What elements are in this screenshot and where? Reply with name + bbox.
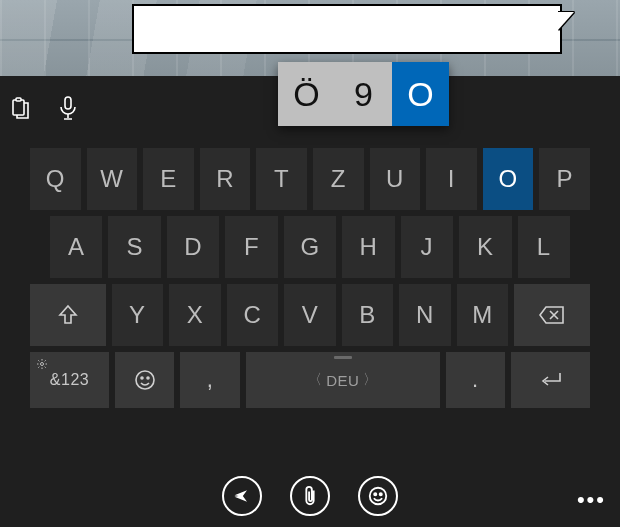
key-s[interactable]: S bbox=[108, 216, 160, 278]
backspace-key[interactable] bbox=[514, 284, 590, 346]
key-l[interactable]: L bbox=[518, 216, 570, 278]
popup-option-0[interactable]: Ö bbox=[278, 62, 335, 126]
popup-option-2[interactable]: O bbox=[392, 62, 449, 126]
clipboard-icon[interactable] bbox=[6, 94, 34, 122]
key-g[interactable]: G bbox=[284, 216, 336, 278]
key-label: U bbox=[386, 165, 404, 193]
svg-rect-1 bbox=[16, 98, 21, 101]
space-lang-label: DEU bbox=[326, 372, 359, 389]
mic-icon[interactable] bbox=[54, 94, 82, 122]
speech-bubble[interactable] bbox=[132, 4, 562, 54]
svg-point-3 bbox=[41, 363, 44, 366]
key-b[interactable]: B bbox=[342, 284, 394, 346]
key-label: V bbox=[302, 301, 319, 329]
send-button[interactable] bbox=[222, 476, 262, 516]
key-p[interactable]: P bbox=[539, 148, 590, 210]
key-r[interactable]: R bbox=[200, 148, 251, 210]
key-h[interactable]: H bbox=[342, 216, 394, 278]
key-w[interactable]: W bbox=[87, 148, 138, 210]
chevron-right-icon: 〉 bbox=[359, 371, 382, 389]
key-label: X bbox=[187, 301, 204, 329]
key-q[interactable]: Q bbox=[30, 148, 81, 210]
svg-point-8 bbox=[374, 493, 376, 495]
comma-key-label: , bbox=[207, 367, 214, 393]
key-d[interactable]: D bbox=[167, 216, 219, 278]
key-label: T bbox=[274, 165, 289, 193]
gear-icon bbox=[36, 356, 48, 374]
svg-point-6 bbox=[147, 377, 149, 379]
key-c[interactable]: C bbox=[227, 284, 279, 346]
comma-key[interactable]: , bbox=[180, 352, 239, 408]
period-key[interactable]: . bbox=[446, 352, 505, 408]
key-label: R bbox=[216, 165, 234, 193]
key-y[interactable]: Y bbox=[112, 284, 164, 346]
key-label: W bbox=[100, 165, 123, 193]
key-a[interactable]: A bbox=[50, 216, 102, 278]
key-label: Y bbox=[129, 301, 146, 329]
svg-rect-0 bbox=[13, 100, 24, 115]
key-label: P bbox=[556, 165, 573, 193]
key-label: S bbox=[126, 233, 143, 261]
key-label: L bbox=[537, 233, 551, 261]
popup-option-label: O bbox=[407, 75, 433, 114]
svg-point-7 bbox=[370, 488, 387, 505]
popup-option-label: Ö bbox=[293, 75, 319, 114]
attach-button[interactable] bbox=[290, 476, 330, 516]
key-o[interactable]: O bbox=[483, 148, 534, 210]
key-label: E bbox=[160, 165, 177, 193]
key-t[interactable]: T bbox=[256, 148, 307, 210]
enter-key[interactable] bbox=[511, 352, 590, 408]
key-label: D bbox=[184, 233, 202, 261]
emoji-key[interactable] bbox=[115, 352, 174, 408]
key-u[interactable]: U bbox=[370, 148, 421, 210]
key-f[interactable]: F bbox=[225, 216, 277, 278]
key-i[interactable]: I bbox=[426, 148, 477, 210]
key-label: I bbox=[448, 165, 455, 193]
key-e[interactable]: E bbox=[143, 148, 194, 210]
key-z[interactable]: Z bbox=[313, 148, 364, 210]
keyboard-panel: Ö 9 O QWERTZUIOP ASDFGHJKL YXCVBNM bbox=[0, 76, 620, 527]
key-label: G bbox=[300, 233, 319, 261]
key-k[interactable]: K bbox=[459, 216, 511, 278]
key-label: M bbox=[472, 301, 493, 329]
key-label: A bbox=[68, 233, 85, 261]
key-label: B bbox=[359, 301, 376, 329]
key-j[interactable]: J bbox=[401, 216, 453, 278]
key-v[interactable]: V bbox=[284, 284, 336, 346]
svg-rect-2 bbox=[65, 97, 71, 109]
svg-point-9 bbox=[380, 493, 382, 495]
emoji-button[interactable] bbox=[358, 476, 398, 516]
more-button[interactable]: ••• bbox=[577, 487, 606, 513]
app-bar: ••• bbox=[0, 465, 620, 527]
key-label: C bbox=[244, 301, 262, 329]
keyboard: QWERTZUIOP ASDFGHJKL YXCVBNM bbox=[30, 148, 590, 414]
key-label: H bbox=[359, 233, 377, 261]
key-n[interactable]: N bbox=[399, 284, 451, 346]
symbols-key[interactable]: &123 bbox=[30, 352, 109, 408]
popup-option-1[interactable]: 9 bbox=[335, 62, 392, 126]
shift-key[interactable] bbox=[30, 284, 106, 346]
key-label: Z bbox=[331, 165, 346, 193]
chevron-left-icon: 〈 bbox=[304, 371, 327, 389]
popup-option-label: 9 bbox=[354, 75, 373, 114]
symbols-key-label: &123 bbox=[50, 371, 89, 389]
space-grip bbox=[334, 356, 352, 359]
key-x[interactable]: X bbox=[169, 284, 221, 346]
space-key[interactable]: 〈 DEU 〉 bbox=[246, 352, 440, 408]
key-label: Q bbox=[46, 165, 65, 193]
key-m[interactable]: M bbox=[457, 284, 509, 346]
svg-point-4 bbox=[136, 371, 154, 389]
key-label: F bbox=[244, 233, 259, 261]
svg-point-5 bbox=[141, 377, 143, 379]
key-longpress-popup: Ö 9 O bbox=[278, 62, 449, 126]
key-label: N bbox=[416, 301, 434, 329]
key-label: K bbox=[477, 233, 494, 261]
key-label: J bbox=[421, 233, 434, 261]
period-key-label: . bbox=[472, 367, 479, 393]
key-label: O bbox=[498, 165, 517, 193]
